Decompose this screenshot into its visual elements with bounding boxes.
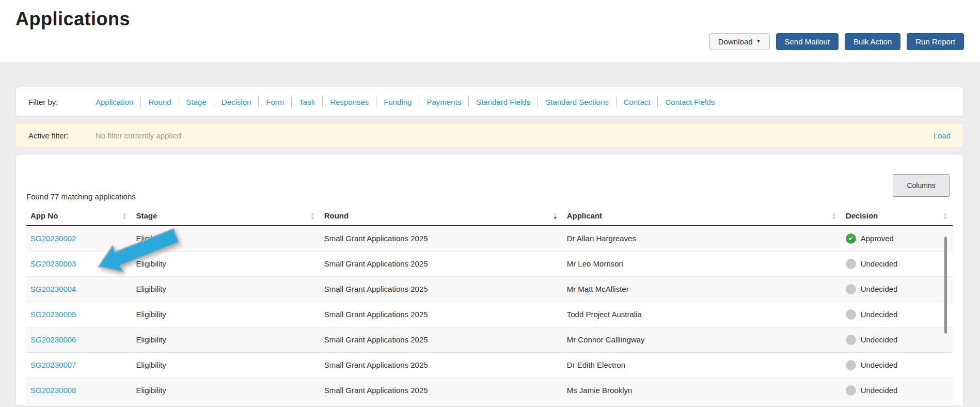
column-header-label: Round	[324, 211, 349, 220]
table-row: SG20230006 Eligibility Small Grant Appli…	[26, 327, 953, 352]
applications-page: Applications Download ▼ Send Mailout Bul…	[0, 0, 980, 407]
filter-link-application[interactable]: Application	[96, 98, 133, 106]
sort-icon[interactable]: ▲▼	[310, 212, 315, 220]
round-cell: Small Grant Applications 2025	[320, 276, 563, 302]
download-button[interactable]: Download ▼	[709, 33, 770, 50]
filter-link-payments[interactable]: Payments	[426, 98, 461, 106]
column-header-decision[interactable]: Decision ▲▼	[842, 208, 953, 226]
app-no-link[interactable]: SG20230003	[30, 259, 76, 268]
decision-status-icon	[846, 233, 856, 244]
column-header-round[interactable]: Round ▲▼	[320, 208, 563, 226]
decision-status-icon	[846, 335, 856, 345]
filter-link-responses[interactable]: Responses	[330, 98, 369, 106]
app-no-link[interactable]: SG20230004	[30, 285, 76, 293]
column-header-stage[interactable]: Stage ▲▼	[132, 208, 320, 226]
filter-link-decision[interactable]: Decision	[222, 98, 251, 106]
active-filter-label: Active filter:	[28, 131, 96, 140]
filter-link-stage[interactable]: Stage	[186, 98, 207, 106]
decision-label: Undecided	[861, 386, 898, 395]
filter-links: Application Round Stage Decision Form Ta…	[96, 97, 715, 107]
filter-link-form[interactable]: Form	[266, 98, 284, 106]
app-no-link[interactable]: SG20230002	[30, 234, 76, 243]
active-filter-value: No filter currently applied	[96, 131, 181, 140]
round-cell: Small Grant Applications 2025	[320, 352, 563, 378]
table-scrollbar-thumb[interactable]	[944, 237, 947, 334]
bulk-action-button[interactable]: Bulk Action	[845, 33, 900, 50]
divider	[322, 97, 323, 107]
sort-icon[interactable]: ▲▼	[943, 212, 947, 220]
stage-cell: Eligibility	[132, 327, 320, 352]
download-button-label: Download	[718, 37, 753, 46]
app-no-link[interactable]: SG20230005	[30, 310, 76, 319]
table-row: SG20230008 Eligibility Small Grant Appli…	[26, 378, 953, 403]
filter-link-standard-fields[interactable]: Standard Fields	[476, 98, 530, 106]
applicant-cell: Mr Matt McAllister	[563, 276, 842, 302]
divider	[376, 97, 376, 107]
stage-cell: Eligibility	[132, 378, 320, 403]
column-header-app-no[interactable]: App No ▲▼	[26, 208, 132, 226]
load-filter-link[interactable]: Load	[934, 131, 951, 140]
round-cell: Small Grant Applications 2025	[320, 251, 563, 276]
divider	[179, 97, 179, 107]
divider	[419, 97, 419, 107]
filter-bar: Filter by: Application Round Stage Decis…	[15, 87, 963, 117]
decision-status-icon	[846, 309, 856, 320]
page-title: Applications	[15, 8, 130, 30]
filter-link-funding[interactable]: Funding	[384, 98, 412, 106]
applicant-cell: Ms Jamie Brooklyn	[563, 378, 842, 403]
column-header-label: App No	[30, 211, 58, 220]
app-no-link[interactable]: SG20230007	[30, 361, 76, 369]
table-row: SG20230007 Eligibility Small Grant Appli…	[26, 352, 953, 378]
filter-link-contact-fields[interactable]: Contact Fields	[665, 98, 715, 106]
sort-icon[interactable]: ▲▼	[832, 212, 836, 220]
decision-status-icon	[846, 360, 856, 370]
applicant-cell: Mr Connor Calllingway	[563, 327, 842, 352]
content-area: Filter by: Application Round Stage Decis…	[0, 62, 980, 407]
applicant-cell: Dr Edith Electron	[563, 352, 842, 378]
header-action-buttons: Download ▼ Send Mailout Bulk Action Run …	[709, 33, 964, 50]
divider	[214, 97, 214, 107]
applicant-cell: Todd Project Australia	[563, 302, 842, 327]
round-cell: Small Grant Applications 2025	[320, 378, 563, 403]
round-cell: Small Grant Applications 2025	[320, 327, 563, 352]
table-row: SG20230004 Eligibility Small Grant Appli…	[26, 276, 953, 302]
column-header-applicant[interactable]: Applicant ▲▼	[563, 208, 842, 226]
send-mailout-button[interactable]: Send Mailout	[776, 33, 839, 50]
stage-cell: Eligibility	[132, 226, 320, 251]
stage-cell: Eligibility	[132, 302, 320, 327]
sort-icon[interactable]: ▲▼	[122, 212, 127, 220]
app-no-link[interactable]: SG20230008	[30, 386, 76, 395]
applications-table: App No ▲▼ Stage ▲▼ Round ▲▼ Applicant	[26, 208, 953, 403]
divider	[258, 97, 259, 107]
active-filter-bar: Active filter: No filter currently appli…	[15, 123, 963, 148]
divider	[468, 97, 469, 107]
app-no-link[interactable]: SG20230006	[30, 335, 76, 344]
table-row: SG20230002 Eligibility Small Grant Appli…	[26, 226, 953, 251]
applicant-cell: Mr Leo Morrison	[563, 251, 842, 276]
decision-label: Undecided	[861, 361, 898, 369]
results-card: Found 77 matching applications Columns A…	[15, 154, 963, 405]
page-header: Applications Download ▼ Send Mailout Bul…	[0, 0, 980, 62]
decision-label: Undecided	[861, 259, 898, 268]
decision-status-icon	[846, 385, 856, 396]
results-toolbar: Found 77 matching applications Columns	[26, 154, 953, 208]
divider	[616, 97, 617, 107]
divider	[538, 97, 538, 107]
filter-link-task[interactable]: Task	[299, 98, 315, 106]
sort-icon-active-desc[interactable]: ▲▼	[553, 212, 558, 220]
column-header-label: Decision	[846, 211, 878, 220]
round-cell: Small Grant Applications 2025	[320, 226, 563, 251]
filter-link-standard-sections[interactable]: Standard Sections	[545, 98, 609, 106]
column-header-label: Stage	[136, 211, 157, 220]
columns-button[interactable]: Columns	[893, 174, 950, 197]
divider	[140, 97, 141, 107]
run-report-button[interactable]: Run Report	[907, 33, 964, 50]
filter-link-contact[interactable]: Contact	[624, 98, 651, 106]
applicant-cell: Dr Allan Hargreaves	[563, 226, 842, 251]
table-row: SG20230003 Eligibility Small Grant Appli…	[26, 251, 953, 276]
decision-label: Undecided	[861, 335, 898, 344]
caret-down-icon: ▼	[756, 39, 761, 44]
filter-link-round[interactable]: Round	[148, 98, 171, 106]
round-cell: Small Grant Applications 2025	[320, 302, 563, 327]
decision-label: Undecided	[861, 285, 898, 293]
